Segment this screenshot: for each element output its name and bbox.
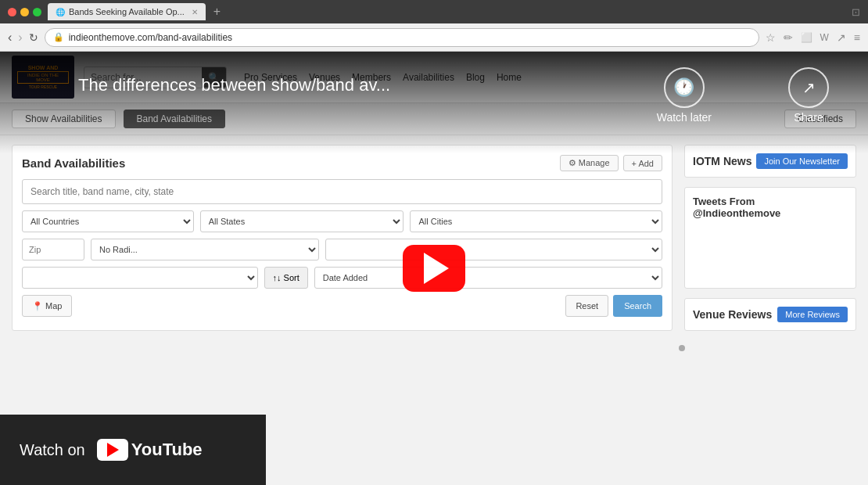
newsletter-button[interactable]: Join Our Newsletter bbox=[756, 153, 848, 169]
extension-icon2[interactable]: W bbox=[820, 32, 829, 43]
panel-title: Band Availabilities bbox=[22, 156, 125, 170]
dot-indicator bbox=[679, 345, 685, 351]
extension-icon1[interactable]: ⬜ bbox=[801, 32, 812, 43]
youtube-text: YouTube bbox=[131, 440, 203, 460]
filter-row-3: ↑↓ Sort Date Added bbox=[22, 267, 662, 289]
iotm-news-card: IOTM News Join Our Newsletter bbox=[684, 145, 856, 178]
bookmark-icon[interactable]: ☆ bbox=[766, 31, 776, 44]
tab-close-icon[interactable]: ✕ bbox=[192, 8, 198, 16]
filter-row-1: All Countries All States All Cities bbox=[22, 210, 662, 232]
sub-nav: Show Availabilities Band Availabilities … bbox=[0, 103, 868, 135]
forward-button[interactable]: › bbox=[18, 31, 22, 45]
main-panel: Band Availabilities ⚙ Manage + Add All C… bbox=[12, 145, 673, 331]
watch-on-label: Watch on bbox=[20, 441, 85, 459]
search-button[interactable]: Search bbox=[613, 295, 662, 317]
panel-header: Band Availabilities ⚙ Manage + Add bbox=[22, 155, 662, 171]
tab-bar: 🌐 Bands Seeking Available Op... ✕ + bbox=[48, 3, 845, 20]
manage-button[interactable]: ⚙ Manage bbox=[560, 155, 619, 171]
video-title: The differences between show/band av... bbox=[78, 75, 673, 95]
browser-toolbar: ‹ › ↻ 🔒 indieonthemove.com/band-availabi… bbox=[0, 23, 868, 52]
venue-reviews-card: Venue Reviews More Reviews bbox=[684, 298, 856, 331]
tweets-title: Tweets From bbox=[693, 196, 848, 207]
date-select[interactable]: Date Added bbox=[314, 267, 662, 289]
share-icon-circle: ↗ bbox=[788, 67, 829, 108]
share-label: Share bbox=[794, 111, 823, 124]
show-availabilities-btn[interactable]: Show Availabilities bbox=[12, 110, 116, 128]
sidebar: IOTM News Join Our Newsletter Tweets Fro… bbox=[684, 145, 856, 331]
iotm-news-title: IOTM News bbox=[693, 155, 751, 167]
tab-label: Bands Seeking Available Op... bbox=[69, 7, 185, 16]
tweets-handle: @Indieonthemove bbox=[693, 207, 848, 219]
active-tab[interactable]: 🌐 Bands Seeking Available Op... ✕ bbox=[48, 3, 206, 20]
reset-button[interactable]: Reset bbox=[565, 295, 608, 317]
video-title-text: The differences between show/band av... bbox=[78, 75, 673, 95]
watch-later-icon-circle: 🕐 bbox=[664, 67, 705, 108]
site-logo: SHOW AND INDIE ON THE MOVE TOUR RESCUE bbox=[12, 56, 74, 99]
cities-select[interactable]: All Cities bbox=[410, 210, 662, 232]
close-dot[interactable] bbox=[8, 8, 16, 16]
band-search-input[interactable] bbox=[22, 179, 662, 204]
play-triangle-icon bbox=[424, 253, 449, 284]
play-button-container[interactable] bbox=[403, 245, 465, 292]
browser-top-icons: ⊡ bbox=[852, 6, 860, 18]
reload-button[interactable]: ↻ bbox=[29, 31, 38, 44]
band-availabilities-btn[interactable]: Band Availabilities bbox=[124, 110, 226, 128]
youtube-logo-icon bbox=[97, 439, 128, 461]
radius-select[interactable]: No Radi... bbox=[91, 239, 319, 260]
new-tab-button[interactable]: + bbox=[210, 5, 224, 19]
action-row: 📍 Map Reset Search bbox=[22, 295, 662, 317]
watch-later-group[interactable]: 🕐 Watch later bbox=[657, 67, 712, 124]
tweets-card: Tweets From @Indieonthemove bbox=[684, 187, 856, 289]
back-button[interactable]: ‹ bbox=[8, 31, 12, 45]
yt-play-icon bbox=[107, 443, 119, 457]
venue-reviews-title: Venue Reviews bbox=[693, 308, 772, 321]
play-button[interactable] bbox=[403, 245, 465, 292]
address-text: indieonthemove.com/band-availabilities bbox=[69, 32, 232, 43]
menu-icon[interactable]: ≡ bbox=[854, 31, 860, 44]
tab-favicon: 🌐 bbox=[56, 8, 65, 16]
sort-button[interactable]: ↑↓ Sort bbox=[264, 267, 308, 289]
content-area: Band Availabilities ⚙ Manage + Add All C… bbox=[0, 135, 868, 340]
countries-select[interactable]: All Countries bbox=[22, 210, 194, 232]
watch-on-youtube-bar[interactable]: Watch on YouTube bbox=[0, 415, 266, 485]
youtube-logo: YouTube bbox=[97, 439, 203, 461]
main-content-area: SHOW AND INDIE ON THE MOVE TOUR RESCUE 🔍… bbox=[0, 52, 868, 485]
extra-select2[interactable] bbox=[22, 267, 258, 289]
filter-row-2: No Radi... bbox=[22, 239, 662, 260]
share-toolbar-icon[interactable]: ↗ bbox=[837, 31, 846, 44]
watch-later-label: Watch later bbox=[657, 111, 712, 124]
lock-icon: 🔒 bbox=[53, 32, 64, 42]
add-button[interactable]: + Add bbox=[623, 155, 662, 171]
toolbar-right-icons: ☆ ✏ ⬜ W ↗ ≡ bbox=[766, 31, 861, 44]
maximize-dot[interactable] bbox=[33, 8, 41, 16]
extra-select[interactable] bbox=[325, 239, 662, 260]
browser-window: 🌐 Bands Seeking Available Op... ✕ + ⊡ bbox=[0, 0, 868, 23]
traffic-lights bbox=[8, 8, 41, 16]
states-select[interactable]: All States bbox=[200, 210, 404, 232]
minimize-dot[interactable] bbox=[20, 8, 29, 16]
zip-input[interactable] bbox=[22, 239, 84, 260]
edit-icon[interactable]: ✏ bbox=[784, 31, 793, 44]
address-bar[interactable]: 🔒 indieonthemove.com/band-availabilities bbox=[45, 28, 759, 47]
map-button[interactable]: 📍 Map bbox=[22, 295, 72, 317]
restore-icon[interactable]: ⊡ bbox=[852, 6, 860, 18]
more-reviews-button[interactable]: More Reviews bbox=[777, 307, 848, 322]
share-group[interactable]: ↗ Share bbox=[788, 67, 829, 124]
